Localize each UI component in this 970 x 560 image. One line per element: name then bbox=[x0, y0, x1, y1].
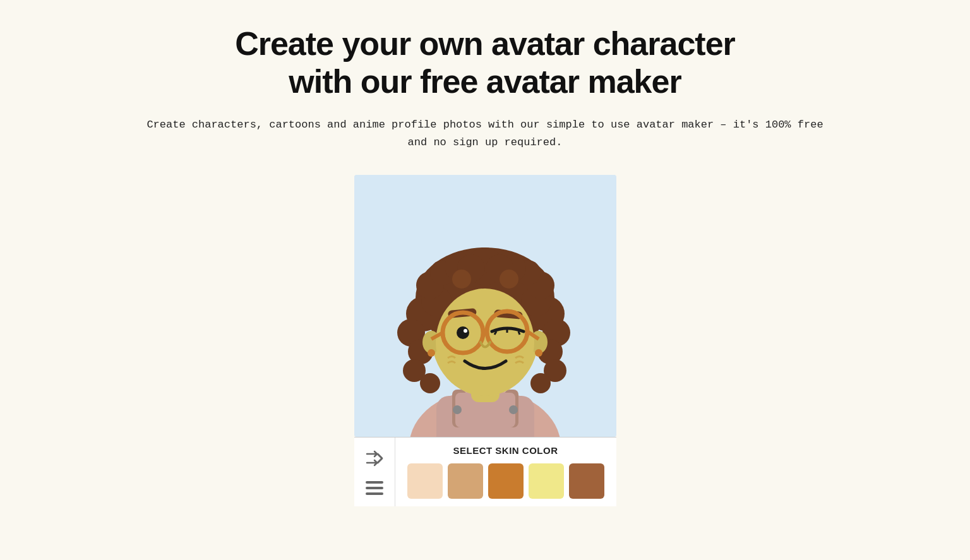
shuffle-button[interactable] bbox=[365, 449, 384, 472]
skin-color-label: SELECT SKIN COLOR bbox=[405, 445, 606, 456]
left-controls bbox=[354, 438, 395, 506]
skin-swatch-tan[interactable] bbox=[488, 463, 524, 499]
skin-swatch-pale-yellow[interactable] bbox=[529, 463, 564, 499]
controls-row: SELECT SKIN COLOR bbox=[354, 437, 616, 506]
svg-point-40 bbox=[428, 349, 435, 357]
svg-point-42 bbox=[436, 289, 534, 396]
menu-line-3 bbox=[366, 492, 383, 495]
svg-point-36 bbox=[452, 270, 471, 289]
svg-line-47 bbox=[483, 331, 487, 333]
skin-swatch-light[interactable] bbox=[407, 463, 443, 499]
svg-point-50 bbox=[457, 326, 469, 339]
avatar-svg bbox=[354, 175, 616, 437]
skin-color-panel: SELECT SKIN COLOR bbox=[395, 438, 616, 506]
svg-point-7 bbox=[509, 405, 518, 414]
page-subtitle: Create characters, cartoons and anime pr… bbox=[138, 116, 832, 153]
svg-point-37 bbox=[500, 270, 518, 289]
skin-swatches bbox=[405, 463, 606, 499]
avatar-canvas bbox=[354, 175, 616, 437]
svg-point-41 bbox=[535, 349, 542, 357]
menu-line-2 bbox=[366, 487, 383, 489]
menu-button[interactable] bbox=[366, 481, 383, 495]
svg-point-6 bbox=[453, 405, 462, 414]
svg-line-54 bbox=[518, 331, 520, 335]
page-title: Create your own avatar character with ou… bbox=[235, 25, 735, 101]
svg-point-24 bbox=[530, 373, 551, 393]
avatar-creator: SELECT SKIN COLOR bbox=[354, 175, 616, 506]
skin-swatch-brown[interactable] bbox=[569, 463, 604, 499]
menu-line-1 bbox=[366, 481, 383, 484]
svg-point-51 bbox=[464, 329, 467, 333]
svg-point-15 bbox=[420, 373, 440, 393]
skin-swatch-medium[interactable] bbox=[448, 463, 483, 499]
